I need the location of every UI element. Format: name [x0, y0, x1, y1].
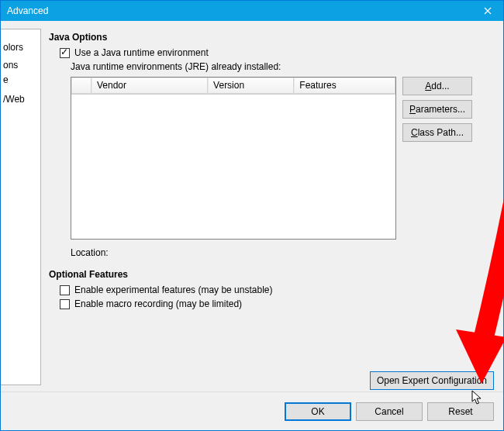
dialog-footer: OK Cancel Reset: [1, 391, 503, 430]
java-options-heading: Java Options: [49, 32, 494, 43]
open-expert-configuration-button[interactable]: Open Expert Configuration: [370, 371, 494, 390]
category-tree[interactable]: olorsonse/Web: [1, 29, 41, 385]
tree-item[interactable]: /Web: [1, 92, 40, 107]
use-jre-checkbox[interactable]: [60, 48, 70, 58]
experimental-label: Enable experimental features (may be uns…: [74, 284, 272, 295]
add-button[interactable]: Add...: [402, 77, 472, 95]
tree-item[interactable]: e: [1, 73, 40, 88]
reset-button[interactable]: Reset: [427, 402, 494, 421]
experimental-checkbox[interactable]: [60, 285, 70, 295]
class-path-button[interactable]: Class Path...: [402, 123, 472, 142]
parameters-button[interactable]: Parameters...: [402, 100, 472, 119]
titlebar: Advanced: [1, 1, 503, 21]
jre-vendor-col[interactable]: Vendor: [91, 78, 208, 94]
macro-label: Enable macro recording (may be limited): [74, 298, 242, 309]
use-jre-label: Use a Java runtime environment: [74, 47, 209, 58]
close-button[interactable]: [472, 1, 503, 21]
jre-version-col[interactable]: Version: [208, 78, 294, 94]
macro-recording-row[interactable]: Enable macro recording (may be limited): [60, 298, 494, 309]
window-title: Advanced: [7, 5, 48, 16]
optional-features-heading: Optional Features: [49, 269, 494, 280]
close-icon: [484, 7, 492, 15]
jre-installed-label: Java runtime environments (JRE) already …: [71, 61, 494, 72]
jre-features-col[interactable]: Features: [294, 78, 395, 94]
use-jre-row[interactable]: Use a Java runtime environment: [60, 47, 494, 58]
jre-table-header: Vendor Version Features: [71, 78, 395, 95]
macro-checkbox[interactable]: [60, 299, 70, 309]
jre-table[interactable]: Vendor Version Features: [71, 77, 396, 240]
location-label: Location:: [71, 247, 494, 258]
jre-checkbox-col[interactable]: [71, 78, 91, 94]
dialog-body: olorsonse/Web Java Options Use a Java ru…: [1, 21, 503, 391]
tree-item[interactable]: ons: [1, 58, 40, 73]
tree-item[interactable]: olors: [1, 40, 40, 55]
cancel-button[interactable]: Cancel: [356, 402, 423, 421]
advanced-dialog: Advanced olorsonse/Web Java Options Use …: [0, 0, 504, 431]
experimental-features-row[interactable]: Enable experimental features (may be uns…: [60, 284, 494, 295]
main-panel: Java Options Use a Java runtime environm…: [49, 29, 494, 391]
ok-button[interactable]: OK: [285, 402, 351, 421]
